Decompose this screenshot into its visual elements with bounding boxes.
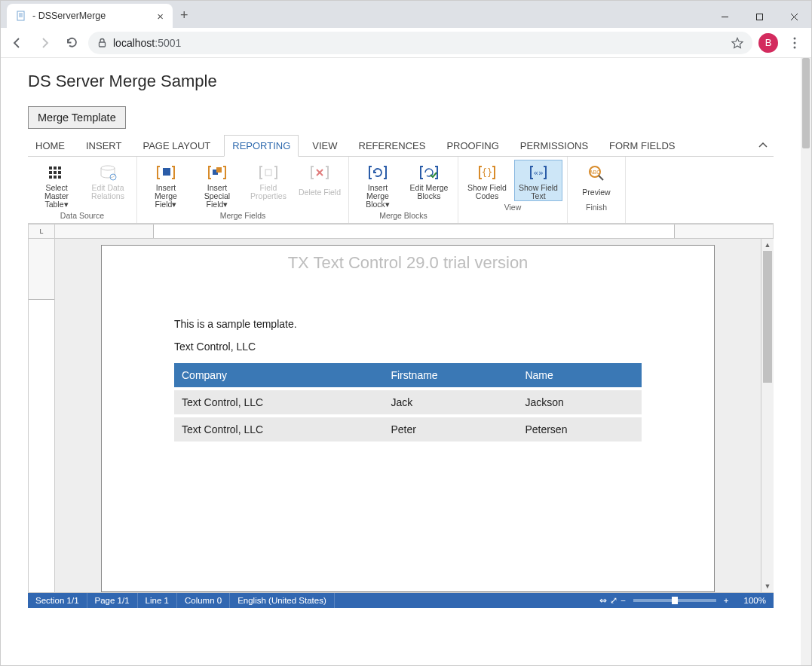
bracket-gray-icon — [256, 162, 280, 183]
ribbon-tab-reporting[interactable]: REPORTING — [224, 135, 299, 157]
ruler-row: L — [28, 224, 774, 239]
page-vscroll[interactable] — [801, 58, 811, 665]
ribbon-btn-edit-merge-blocks[interactable]: Edit Merge Blocks — [405, 160, 453, 209]
table-row: Text Control, LLCJackJackson — [174, 389, 642, 416]
fit-width-icon[interactable]: ⇔ — [599, 595, 607, 606]
address-bar: localhost:5001 B — [1, 28, 811, 58]
magnify-icon: ABC — [584, 162, 608, 183]
ribbon-btn-insert-special-field[interactable]: Insert Special Field▾ — [193, 160, 241, 209]
browser-tab[interactable]: - DSServerMerge × — [7, 4, 173, 28]
ribbon-tab-references[interactable]: REFERENCES — [351, 136, 434, 156]
tab-close-icon[interactable]: × — [157, 10, 164, 23]
status-line: Line 1 — [138, 593, 177, 608]
ribbon-group-label: View — [504, 203, 522, 213]
ribbon-btn-insert-merge-field[interactable]: Insert Merge Field▾ — [142, 160, 190, 209]
ribbon: Select Master Table▾Edit Data RelationsD… — [28, 157, 774, 224]
scroll-down-icon[interactable]: ▼ — [761, 580, 774, 592]
ribbon-btn-insert-merge-block[interactable]: Insert Merge Block▾ — [354, 160, 402, 209]
fieldtext-icon: «» — [526, 162, 550, 183]
zoom-in-button[interactable]: + — [724, 596, 729, 605]
document-canvas[interactable]: TX Text Control 29.0 trial version This … — [55, 239, 761, 593]
window-minimize-button[interactable] — [707, 5, 742, 28]
ribbon-tabs: HOMEINSERTPAGE LAYOUTREPORTINGVIEWREFERE… — [28, 135, 774, 157]
ribbon-btn-preview[interactable]: ABCPreview — [572, 160, 620, 201]
doc-line: This is a sample template. — [174, 318, 642, 330]
tab-title: - DSServerMerge — [32, 11, 151, 21]
zoom-slider[interactable] — [633, 599, 716, 602]
svg-line-32 — [599, 176, 603, 180]
bookmark-star-icon[interactable] — [731, 37, 743, 49]
ribbon-group-label: Finish — [586, 203, 607, 213]
svg-rect-23 — [163, 168, 170, 176]
codes-icon: {} — [475, 162, 499, 183]
svg-rect-12 — [49, 166, 52, 170]
new-tab-button[interactable]: + — [180, 8, 188, 23]
scroll-up-icon[interactable]: ▲ — [761, 239, 774, 251]
table-cell: Peter — [383, 416, 517, 441]
ribbon-collapse-button[interactable] — [752, 139, 774, 151]
svg-rect-17 — [58, 171, 61, 174]
svg-rect-16 — [54, 171, 57, 174]
zoom-out-button[interactable]: − — [620, 596, 626, 605]
table-header: Firstname — [383, 363, 517, 389]
table-header: Company — [174, 363, 383, 389]
table-header: Name — [517, 363, 642, 389]
profile-avatar[interactable]: B — [758, 33, 778, 53]
table-cell: Jack — [383, 389, 517, 416]
status-column: Column 0 — [177, 593, 230, 608]
ruler-corner[interactable]: L — [28, 224, 55, 239]
watermark-text: TX Text Control 29.0 trial version — [102, 253, 714, 273]
ribbon-btn-show-field-text[interactable]: «»Show Field Text — [514, 160, 562, 201]
forward-button[interactable] — [34, 32, 55, 53]
svg-point-10 — [794, 41, 796, 44]
bracket-orange-icon — [154, 162, 178, 183]
ribbon-tab-page-layout[interactable]: PAGE LAYOUT — [135, 136, 218, 156]
ribbon-tab-proofing[interactable]: PROOFING — [439, 136, 506, 156]
table-cell: Text Control, LLC — [174, 416, 383, 441]
ribbon-btn-field-properties: Field Properties — [244, 160, 293, 209]
ribbon-btn-edit-data-relations: Edit Data Relations — [84, 160, 132, 209]
page-scroll-thumb[interactable] — [802, 58, 810, 148]
horizontal-ruler[interactable] — [55, 224, 774, 239]
ribbon-tab-view[interactable]: VIEW — [305, 136, 345, 156]
zoom-controls[interactable]: ⇔ ⤢ − + — [592, 593, 736, 608]
ribbon-group-label: Merge Blocks — [379, 211, 427, 221]
ribbon-btn-show-field-codes[interactable]: {}Show Field Codes — [463, 160, 511, 201]
window-close-button[interactable] — [777, 5, 811, 28]
merge-template-button[interactable]: Merge Template — [28, 106, 126, 129]
url-host: localhost — [113, 37, 155, 49]
page-title: DS Server Merge Sample — [1, 58, 801, 102]
svg-rect-8 — [100, 42, 106, 47]
table-cell: Jackson — [517, 389, 642, 416]
vertical-ruler[interactable] — [28, 239, 55, 593]
table-row: Text Control, LLCPeterPetersen — [174, 416, 642, 441]
bracket-x-icon — [308, 162, 332, 183]
ribbon-tab-home[interactable]: HOME — [28, 136, 72, 156]
svg-point-11 — [794, 46, 796, 48]
svg-rect-13 — [54, 166, 57, 170]
document-page: TX Text Control 29.0 trial version This … — [101, 245, 715, 592]
scroll-thumb[interactable] — [763, 251, 772, 383]
block-cycle-icon — [366, 162, 390, 183]
back-button[interactable] — [7, 32, 28, 53]
status-language: English (United States) — [230, 593, 335, 608]
ribbon-tab-permissions[interactable]: PERMISSIONS — [513, 136, 596, 156]
ribbon-btn-select-master-table[interactable]: Select Master Table▾ — [32, 160, 81, 209]
svg-text:«»: «» — [533, 168, 543, 178]
svg-rect-14 — [58, 166, 61, 170]
ribbon-btn-delete-field: Delete Field — [296, 160, 344, 209]
browser-menu-button[interactable] — [784, 32, 805, 53]
svg-point-21 — [101, 166, 115, 170]
ribbon-tab-insert[interactable]: INSERT — [78, 136, 129, 156]
reload-button[interactable] — [61, 32, 82, 53]
bracket-blue-icon — [205, 162, 229, 183]
address-input[interactable]: localhost:5001 — [88, 32, 752, 54]
document-table: CompanyFirstnameName Text Control, LLCJa… — [174, 363, 642, 441]
ribbon-tab-form-fields[interactable]: FORM FIELDS — [602, 136, 682, 156]
db-icon — [96, 162, 120, 183]
fit-page-icon[interactable]: ⤢ — [610, 595, 617, 606]
status-section: Section 1/1 — [28, 593, 87, 608]
document-vscroll[interactable]: ▲ ▼ — [761, 239, 774, 593]
browser-title-bar: - DSServerMerge × + — [1, 1, 811, 28]
window-maximize-button[interactable] — [742, 5, 777, 28]
